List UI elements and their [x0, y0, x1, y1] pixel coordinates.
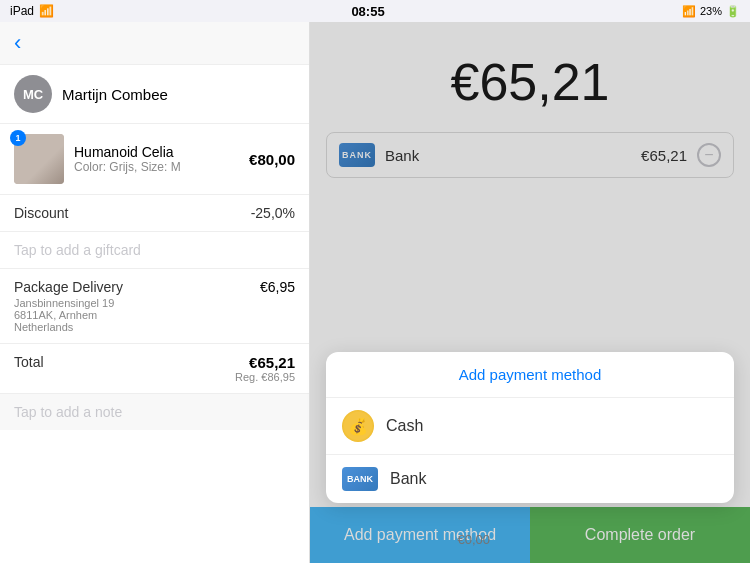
total-label: Total — [14, 354, 44, 370]
product-image: 1 — [14, 134, 64, 184]
order-lines: Discount -25,0% Tap to add a giftcard Pa… — [0, 195, 309, 563]
back-button[interactable]: ‹ — [14, 30, 21, 55]
total-reg: Reg. €86,95 — [235, 371, 295, 383]
discount-value: -25,0% — [251, 205, 295, 221]
status-right: 📶 23% 🔋 — [682, 5, 740, 18]
cash-option[interactable]: 💰 Cash — [326, 398, 734, 455]
cash-icon: 💰 — [342, 410, 374, 442]
right-panel: €65,21 BANK Bank €65,21 − Add payment me… — [310, 22, 750, 563]
ipad-label: iPad — [10, 4, 34, 18]
battery-percent: 23% — [700, 5, 722, 17]
product-info: Humanoid Celia Color: Grijs, Size: M — [74, 144, 239, 174]
giftcard-tap[interactable]: Tap to add a giftcard — [0, 232, 309, 269]
product-name: Humanoid Celia — [74, 144, 239, 160]
add-payment-popup: Add payment method 💰 Cash BANK Bank — [326, 352, 734, 503]
back-bar: ‹ — [0, 22, 309, 65]
product-row: 1 Humanoid Celia Color: Grijs, Size: M €… — [0, 124, 309, 195]
customer-row: MC Martijn Combee — [0, 65, 309, 124]
total-value: €65,21 Reg. €86,95 — [235, 354, 295, 383]
delivery-row: Package Delivery Jansbinnensingel 196811… — [0, 269, 309, 344]
total-row: Total €65,21 Reg. €86,95 — [0, 344, 309, 394]
status-bar: iPad 📶 08:55 📶 23% 🔋 — [0, 0, 750, 22]
main-layout: ‹ MC Martijn Combee 1 Humanoid Celia Col… — [0, 22, 750, 563]
customer-name: Martijn Combee — [62, 86, 168, 103]
cash-label: Cash — [386, 417, 423, 435]
bank-option[interactable]: BANK Bank — [326, 455, 734, 503]
bank-label: Bank — [390, 470, 426, 488]
left-panel: ‹ MC Martijn Combee 1 Humanoid Celia Col… — [0, 22, 310, 563]
product-price: €80,00 — [249, 151, 295, 168]
delivery-address: Jansbinnensingel 196811AK, ArnhemNetherl… — [14, 297, 123, 333]
bank-icon-sm: BANK — [342, 467, 378, 491]
total-amount: €65,21 — [235, 354, 295, 371]
discount-row: Discount -25,0% — [0, 195, 309, 232]
status-time: 08:55 — [351, 4, 384, 19]
battery-icon: 🔋 — [726, 5, 740, 18]
bluetooth-icon: 📶 — [682, 5, 696, 18]
status-left: iPad 📶 — [10, 4, 54, 18]
product-variant: Color: Grijs, Size: M — [74, 160, 239, 174]
customer-avatar: MC — [14, 75, 52, 113]
popup-title: Add payment method — [326, 352, 734, 398]
delivery-price: €6,95 — [260, 279, 295, 295]
discount-label: Discount — [14, 205, 68, 221]
product-quantity-badge: 1 — [10, 130, 26, 146]
wifi-icon: 📶 — [39, 4, 54, 18]
note-tap[interactable]: Tap to add a note — [0, 394, 309, 430]
delivery-label: Package Delivery — [14, 279, 123, 295]
